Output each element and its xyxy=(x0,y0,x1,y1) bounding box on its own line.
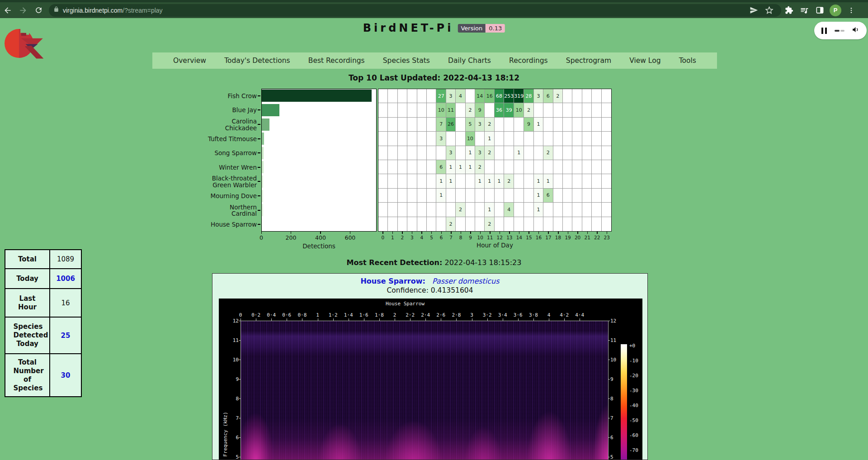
heatmap-cell: 7 xyxy=(436,118,446,132)
bar xyxy=(262,190,263,202)
heatmap-cell xyxy=(427,89,436,103)
nav-item-tools[interactable]: Tools xyxy=(679,57,696,65)
spectrogram-time-tick-label: 1·4 xyxy=(344,312,353,318)
heatmap-cell xyxy=(436,146,446,160)
heatmap-cell xyxy=(436,203,446,217)
heatmap-axis-tick xyxy=(431,232,432,234)
spectrogram-time-tick-label: 3·4 xyxy=(498,312,507,318)
heatmap-cell xyxy=(407,146,417,160)
heatmap-cell xyxy=(378,217,388,231)
heatmap-cell xyxy=(417,203,427,217)
spectrogram-time-tick-label: 1·2 xyxy=(329,312,338,318)
heatmap-cell: 26 xyxy=(446,118,456,132)
heatmap-axis-tick xyxy=(490,232,491,234)
heatmap-cell xyxy=(534,160,543,174)
bar xyxy=(262,133,264,145)
stats-value-link[interactable]: 25 xyxy=(50,317,81,354)
heatmap-cell xyxy=(407,132,417,146)
send-icon[interactable] xyxy=(746,4,761,17)
menu-icon[interactable] xyxy=(844,4,859,17)
heatmap-cell: 1 xyxy=(534,174,543,188)
heatmap-cell xyxy=(572,203,582,217)
stats-value-link[interactable]: 1006 xyxy=(50,269,81,289)
back-icon[interactable] xyxy=(0,4,15,17)
heatmap-cell xyxy=(378,103,388,117)
heatmap-cell xyxy=(563,118,572,132)
playlist-icon[interactable] xyxy=(797,4,812,17)
spectrogram-time-tick xyxy=(302,318,302,321)
heatmap-axis-tick xyxy=(607,232,608,234)
heatmap-cell xyxy=(553,217,563,231)
spectrogram-time-tick xyxy=(395,318,395,321)
nav-item-daily-charts[interactable]: Daily Charts xyxy=(448,57,491,65)
seek-bar[interactable] xyxy=(835,30,844,32)
nav-item-best-recordings[interactable]: Best Recordings xyxy=(308,57,365,65)
heatmap-cell xyxy=(417,89,427,103)
reload-icon[interactable] xyxy=(31,4,46,17)
spectrogram-time-tick-label: 2·6 xyxy=(436,312,445,318)
heatmap-cell xyxy=(456,103,465,117)
heatmap-cell xyxy=(592,217,601,231)
heatmap-axis-tick-label: 1 xyxy=(391,235,394,240)
speaker-icon[interactable] xyxy=(852,26,859,35)
bookmark-star-icon[interactable] xyxy=(761,4,777,17)
spectrogram-time-tick xyxy=(503,318,503,321)
nav-item-overview[interactable]: Overview xyxy=(173,57,206,65)
nav-item-recordings[interactable]: Recordings xyxy=(509,57,548,65)
category-tick xyxy=(258,109,260,110)
heatmap-cell xyxy=(572,146,582,160)
stats-row: Total Number of Species30 xyxy=(5,354,81,397)
spectrogram-freq-tick-right xyxy=(608,437,610,438)
heatmap-cell xyxy=(446,132,456,146)
sidebar-icon[interactable] xyxy=(812,4,827,17)
spectrogram-freq-tick-label: 10 xyxy=(227,357,239,363)
nav-item-species-stats[interactable]: Species Stats xyxy=(383,57,430,65)
nav-item-spectrogram[interactable]: Spectrogram xyxy=(566,57,611,65)
heatmap-cell: 253 xyxy=(504,89,514,103)
chart-heading: Top 10 Last Updated: 2022-04-13 18:12 xyxy=(0,73,868,82)
heatmap-axis-tick xyxy=(509,232,510,234)
heatmap-cell: 4 xyxy=(504,203,514,217)
spectrogram-time-tick-label: 4·4 xyxy=(575,312,584,318)
forward-icon[interactable] xyxy=(15,4,31,17)
category-tick xyxy=(258,210,260,211)
bar-category-label: House Sparrow xyxy=(211,221,257,228)
bar xyxy=(262,119,269,131)
heatmap-cell xyxy=(495,146,504,160)
audio-player[interactable] xyxy=(814,22,867,39)
nav-item-today-s-detections[interactable]: Today's Detections xyxy=(224,57,290,65)
heatmap-cell xyxy=(485,103,494,117)
heatmap-cell xyxy=(563,217,572,231)
heatmap-cell: 1 xyxy=(485,174,494,188)
extensions-icon[interactable] xyxy=(781,4,797,17)
heatmap-cell xyxy=(514,217,524,231)
heatmap-cell xyxy=(543,217,553,231)
heatmap-cell: 9 xyxy=(524,118,533,132)
heatmap-axis-tick xyxy=(500,232,500,234)
heatmap-cell: 1 xyxy=(485,203,494,217)
heatmap-cell xyxy=(563,174,572,188)
address-bar[interactable]: virginia.birdnetpi.com/?stream=play xyxy=(49,4,781,17)
spectrogram-freq-tick-right xyxy=(608,340,610,341)
spectrogram-time-tick xyxy=(318,318,318,321)
spectrogram-time-tick-label: 4·2 xyxy=(560,312,569,318)
heatmap-cell xyxy=(553,203,563,217)
heatmap-cell: 3 xyxy=(446,89,456,103)
heatmap-axis-tick-label: 23 xyxy=(604,235,610,240)
spectrogram-freq-tick xyxy=(239,340,241,341)
heatmap-cell xyxy=(495,203,504,217)
heatmap-cell xyxy=(582,103,592,117)
stats-value-link[interactable]: 30 xyxy=(50,354,81,397)
heatmap-cell xyxy=(446,203,456,217)
heatmap-cell xyxy=(398,160,407,174)
spectrogram-time-tick xyxy=(425,318,426,321)
pause-icon[interactable] xyxy=(821,28,827,34)
heatmap-cell xyxy=(572,103,582,117)
spectrogram-freq-tick-label: 11 xyxy=(227,337,239,343)
spectrogram-freq-tick-right xyxy=(608,360,610,360)
nav-item-view-log[interactable]: View Log xyxy=(629,57,660,65)
profile-avatar[interactable]: P xyxy=(830,5,841,16)
heatmap-cell xyxy=(495,217,504,231)
heatmap-cell: 3 xyxy=(534,89,543,103)
heatmap-axis-tick-label: 10 xyxy=(477,235,483,240)
